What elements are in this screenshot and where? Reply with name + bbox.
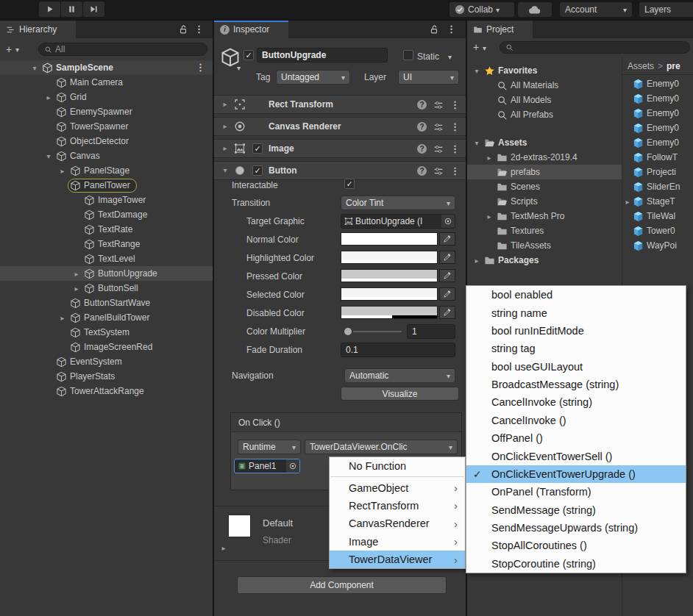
asset-item[interactable]: Enemy0	[622, 121, 693, 135]
add-component-button[interactable]: Add Component	[237, 576, 447, 594]
function-dropdown[interactable]: TowerDataViewer.OnClic	[305, 440, 458, 454]
menu-item[interactable]: CancelInvoke (string)	[466, 393, 686, 411]
hierarchy-search-input[interactable]: All	[38, 43, 207, 56]
menu-item[interactable]: string tag	[466, 340, 686, 357]
asset-item[interactable]: TileWal	[622, 209, 693, 223]
expand-arrow-icon[interactable]	[622, 198, 633, 206]
hierarchy-item[interactable]: Grid	[0, 90, 213, 104]
layer-dropdown[interactable]: UI	[398, 70, 459, 85]
tab-inspector[interactable]: Inspector	[214, 21, 288, 38]
menu-item[interactable]: TowerDataViewer ›	[330, 551, 465, 568]
kebab-menu-icon[interactable]	[194, 24, 204, 35]
help-icon[interactable]	[417, 100, 427, 110]
hierarchy-item[interactable]: ButtonUpgrade	[0, 266, 213, 281]
target-graphic-field[interactable]: ButtonUpgrade (I	[341, 214, 455, 229]
static-checkbox[interactable]	[403, 50, 413, 60]
asset-item[interactable]: SliderEn	[622, 179, 693, 194]
step-button[interactable]	[83, 1, 104, 17]
breadcrumb-root[interactable]: Assets	[628, 61, 654, 71]
expand-arrow-icon[interactable]	[71, 270, 82, 278]
project-folder-item[interactable]: TextMesh Pro	[467, 209, 622, 223]
visualize-button[interactable]: Visualize	[341, 387, 459, 401]
menu-item[interactable]: bool useGUILayout	[466, 358, 686, 376]
hierarchy-item[interactable]: ImageScreenRed	[0, 340, 213, 354]
hierarchy-item[interactable]: TextDamage	[0, 207, 213, 222]
expand-arrow-icon[interactable]	[29, 64, 40, 72]
project-folder-item[interactable]: TileAssets	[467, 238, 622, 253]
interactable-checkbox[interactable]	[344, 179, 355, 189]
slider-track[interactable]	[353, 331, 402, 332]
menu-item[interactable]: StopCoroutine (string)	[466, 555, 686, 573]
expand-arrow-icon[interactable]	[71, 284, 82, 293]
eyedropper-icon[interactable]	[439, 251, 455, 264]
fade-duration-field[interactable]: 0.1	[341, 343, 455, 357]
hierarchy-item[interactable]: ButtonStartWave	[0, 296, 213, 310]
asset-item[interactable]: Projecti	[622, 165, 693, 179]
menu-item[interactable]: OnClickEventTowerSell ()	[466, 447, 686, 465]
expand-arrow-icon[interactable]	[472, 67, 482, 75]
kebab-menu-icon[interactable]	[447, 24, 456, 35]
tab-project[interactable]: Project	[467, 21, 533, 38]
project-folder-item[interactable]: All Prefabs	[467, 107, 622, 122]
menu-item[interactable]: CancelInvoke ()	[466, 412, 686, 429]
hierarchy-item[interactable]: Main Camera	[0, 75, 213, 90]
color-swatch[interactable]	[341, 306, 438, 319]
menu-item[interactable]: Image ›	[330, 533, 465, 551]
menu-item[interactable]: OnPanel (Transform)	[466, 483, 686, 501]
menu-item[interactable]: SendMessageUpwards (string)	[466, 519, 686, 537]
add-dropdown-arrow-icon[interactable]	[15, 44, 19, 54]
play-button[interactable]	[39, 1, 60, 17]
asset-item[interactable]: FollowT	[622, 150, 693, 165]
help-icon[interactable]	[417, 166, 427, 176]
hierarchy-item[interactable]: ButtonSell	[0, 281, 213, 296]
presets-icon[interactable]	[433, 100, 444, 110]
asset-item[interactable]: StageT	[622, 194, 693, 209]
menu-item[interactable]: bool runInEditMode	[466, 322, 686, 340]
project-search-input[interactable]	[500, 41, 690, 54]
eyedropper-icon[interactable]	[439, 269, 455, 282]
hierarchy-item[interactable]: PanelBuildTower	[0, 310, 213, 325]
add-object-button[interactable]: +	[6, 43, 12, 55]
gameobject-icon-dropdown-arrow[interactable]	[237, 62, 241, 73]
project-folder-item[interactable]: 2d-extras-2019.4	[467, 150, 622, 165]
menu-item[interactable]: StopAllCoroutines ()	[466, 537, 686, 554]
material-preview-swatch[interactable]	[228, 515, 251, 537]
hierarchy-item[interactable]: Canvas	[0, 148, 213, 163]
expand-arrow-icon[interactable]	[57, 314, 68, 322]
add-dropdown-arrow-icon[interactable]	[483, 43, 486, 53]
object-picker-icon[interactable]	[286, 459, 299, 473]
menu-item[interactable]: RectTransform ›	[330, 497, 465, 515]
expand-arrow-icon[interactable]	[43, 152, 54, 160]
hierarchy-item[interactable]: EventSystem	[0, 354, 213, 369]
project-folder-item[interactable]: All Models	[467, 93, 622, 107]
menu-item[interactable]: ✓ OnClickEventTowerUpgrade ()	[466, 465, 686, 483]
project-folder-item[interactable]: Favorites	[467, 63, 622, 78]
expand-arrow-icon[interactable]	[43, 93, 54, 101]
expand-arrow-icon[interactable]	[57, 167, 68, 175]
component-header[interactable]: Rect Transform	[214, 95, 466, 114]
add-asset-button[interactable]: +	[473, 41, 479, 53]
project-folder-item[interactable]: prefabs	[467, 165, 622, 179]
project-folder-item[interactable]: Scenes	[467, 179, 622, 194]
lock-icon[interactable]	[429, 24, 439, 35]
color-swatch[interactable]	[341, 232, 438, 246]
breadcrumb[interactable]: Assets > pre	[622, 57, 693, 75]
gameobject-name-field[interactable]: ButtonUpgrade	[257, 48, 388, 62]
help-icon[interactable]	[417, 122, 427, 132]
asset-item[interactable]: Enemy0	[622, 135, 693, 150]
hierarchy-item[interactable]: TowerSpawner	[0, 119, 213, 134]
help-icon[interactable]	[417, 144, 427, 154]
hierarchy-item[interactable]: EnemySpawner	[0, 104, 213, 119]
breadcrumb-current[interactable]: pre	[667, 61, 680, 71]
static-dropdown-arrow[interactable]	[448, 51, 452, 62]
project-folder-item[interactable]: All Materials	[467, 78, 622, 93]
component-header[interactable]: Image	[214, 139, 466, 158]
presets-icon[interactable]	[433, 166, 444, 176]
transition-dropdown[interactable]: Color Tint	[341, 196, 455, 210]
kebab-menu-icon[interactable]	[450, 99, 460, 110]
scene-options-kebab-icon[interactable]	[196, 62, 205, 73]
color-multiplier-field[interactable]: 1	[407, 324, 455, 339]
expand-arrow-icon[interactable]	[472, 257, 482, 265]
component-enabled-checkbox[interactable]	[252, 165, 263, 176]
eyedropper-icon[interactable]	[439, 232, 455, 246]
